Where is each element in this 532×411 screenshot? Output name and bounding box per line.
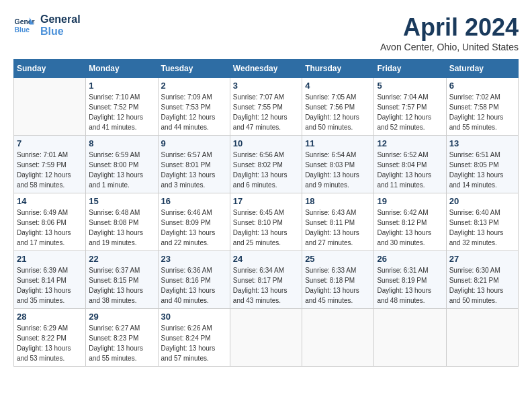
day-info: Sunrise: 6:31 AMSunset: 8:19 PMDaylight:…	[377, 265, 443, 306]
day-info: Sunrise: 6:45 AMSunset: 8:10 PMDaylight:…	[233, 208, 299, 248]
day-info-line: Sunset: 8:00 PM	[89, 161, 138, 169]
day-info-line: Sunrise: 6:27 AM	[89, 324, 140, 332]
calendar-cell: 21Sunrise: 6:39 AMSunset: 8:14 PMDayligh…	[14, 251, 86, 309]
calendar-cell: 24Sunrise: 6:34 AMSunset: 8:17 PMDayligh…	[230, 251, 302, 309]
day-info-line: Sunrise: 7:04 AM	[377, 93, 428, 101]
day-info-line: Sunrise: 6:40 AM	[449, 209, 500, 216]
day-info-line: and 30 minutes.	[377, 239, 425, 246]
day-info: Sunrise: 6:49 AMSunset: 8:06 PMDaylight:…	[17, 208, 83, 248]
day-info: Sunrise: 7:07 AMSunset: 7:55 PMDaylight:…	[233, 92, 299, 132]
calendar-week-2: 7Sunrise: 7:01 AMSunset: 7:59 PMDaylight…	[14, 136, 519, 193]
day-info-line: Sunset: 7:58 PM	[449, 103, 499, 111]
day-info-line: and 53 minutes.	[17, 355, 64, 362]
day-info-line: and 19 minutes.	[89, 239, 136, 246]
day-number: 29	[89, 312, 154, 322]
day-number: 14	[17, 196, 83, 206]
day-info-line: Daylight: 13 hours	[161, 171, 216, 179]
day-info-line: Daylight: 13 hours	[377, 229, 431, 236]
day-number: 12	[377, 138, 443, 148]
calendar-week-3: 14Sunrise: 6:49 AMSunset: 8:06 PMDayligh…	[14, 193, 519, 251]
calendar-table: Sunday Monday Tuesday Wednesday Thursday…	[13, 59, 519, 367]
day-info-line: Sunrise: 6:46 AM	[161, 209, 212, 216]
calendar-cell	[302, 309, 374, 367]
logo: General Blue General Blue	[13, 13, 81, 38]
day-info-line: and 55 minutes.	[89, 355, 136, 362]
day-info: Sunrise: 6:40 AMSunset: 8:13 PMDaylight:…	[449, 208, 515, 248]
day-info-line: Sunrise: 6:54 AM	[305, 151, 356, 158]
day-info-line: Sunrise: 7:09 AM	[161, 93, 212, 101]
day-info-line: Sunrise: 6:37 AM	[89, 267, 140, 274]
day-info-line: Sunset: 8:09 PM	[161, 219, 211, 226]
day-info-line: Sunrise: 6:57 AM	[161, 151, 212, 158]
day-info-line: Daylight: 12 hours	[377, 113, 431, 121]
calendar-cell: 17Sunrise: 6:45 AMSunset: 8:10 PMDayligh…	[230, 193, 302, 251]
logo-text-line2: Blue	[40, 26, 81, 38]
day-info-line: Sunset: 8:24 PM	[161, 334, 211, 342]
calendar-cell: 9Sunrise: 6:57 AMSunset: 8:01 PMDaylight…	[158, 136, 230, 193]
day-info-line: Sunrise: 6:43 AM	[305, 209, 356, 216]
day-info-line: and 52 minutes.	[377, 124, 425, 131]
day-info-line: and 50 minutes.	[305, 124, 353, 131]
day-info: Sunrise: 7:10 AMSunset: 7:52 PMDaylight:…	[89, 92, 154, 132]
day-info-line: Sunset: 8:04 PM	[377, 161, 427, 169]
logo-icon: General Blue	[13, 15, 35, 36]
day-number: 17	[233, 196, 299, 206]
header-monday: Monday	[86, 60, 158, 78]
calendar-week-1: 1Sunrise: 7:10 AMSunset: 7:52 PMDaylight…	[14, 78, 519, 136]
month-title: April 2024	[380, 13, 519, 42]
day-number: 16	[161, 196, 227, 206]
calendar-cell	[446, 309, 518, 367]
day-info-line: Sunset: 8:23 PM	[89, 334, 138, 342]
day-number: 8	[89, 138, 154, 148]
calendar-cell: 11Sunrise: 6:54 AMSunset: 8:03 PMDayligh…	[302, 136, 374, 193]
day-info-line: and 27 minutes.	[305, 239, 353, 246]
day-info-line: Daylight: 13 hours	[377, 287, 431, 294]
calendar-cell: 19Sunrise: 6:42 AMSunset: 8:12 PMDayligh…	[374, 193, 446, 251]
day-info: Sunrise: 6:57 AMSunset: 8:01 PMDaylight:…	[161, 150, 227, 190]
day-number: 4	[305, 81, 371, 91]
day-info-line: and 32 minutes.	[449, 239, 497, 246]
day-info-line: Sunrise: 6:52 AM	[377, 151, 428, 158]
day-info: Sunrise: 6:37 AMSunset: 8:15 PMDaylight:…	[89, 265, 154, 306]
day-info-line: Sunrise: 7:10 AM	[89, 93, 140, 101]
day-number: 1	[89, 81, 154, 91]
day-number: 24	[233, 254, 299, 264]
calendar-cell: 22Sunrise: 6:37 AMSunset: 8:15 PMDayligh…	[86, 251, 158, 309]
day-info: Sunrise: 6:56 AMSunset: 8:02 PMDaylight:…	[233, 150, 299, 190]
day-info-line: Daylight: 13 hours	[89, 229, 143, 236]
day-number: 27	[449, 254, 515, 264]
day-info-line: Daylight: 13 hours	[305, 229, 359, 236]
day-info-line: Daylight: 12 hours	[449, 113, 504, 121]
day-info-line: Sunrise: 6:30 AM	[449, 267, 500, 274]
day-info-line: Daylight: 13 hours	[17, 287, 71, 294]
calendar-cell: 10Sunrise: 6:56 AMSunset: 8:02 PMDayligh…	[230, 136, 302, 193]
calendar-cell: 8Sunrise: 6:59 AMSunset: 8:00 PMDaylight…	[86, 136, 158, 193]
day-info: Sunrise: 6:27 AMSunset: 8:23 PMDaylight:…	[89, 323, 154, 363]
day-info-line: Daylight: 13 hours	[233, 171, 287, 179]
calendar-cell: 6Sunrise: 7:02 AMSunset: 7:58 PMDaylight…	[446, 78, 518, 136]
day-info: Sunrise: 6:43 AMSunset: 8:11 PMDaylight:…	[305, 208, 371, 248]
day-info: Sunrise: 7:09 AMSunset: 7:53 PMDaylight:…	[161, 92, 227, 132]
day-number: 18	[305, 196, 371, 206]
calendar-cell: 2Sunrise: 7:09 AMSunset: 7:53 PMDaylight…	[158, 78, 230, 136]
day-info-line: Daylight: 12 hours	[17, 171, 71, 179]
day-info-line: Sunrise: 6:39 AM	[17, 267, 68, 274]
day-info-line: Sunrise: 6:33 AM	[305, 267, 356, 274]
day-info: Sunrise: 7:04 AMSunset: 7:57 PMDaylight:…	[377, 92, 443, 132]
calendar-cell: 29Sunrise: 6:27 AMSunset: 8:23 PMDayligh…	[86, 309, 158, 367]
day-info-line: Sunset: 7:53 PM	[161, 103, 211, 111]
day-info-line: Sunset: 7:59 PM	[17, 161, 66, 169]
day-info-line: and 38 minutes.	[89, 297, 136, 304]
day-info-line: Daylight: 13 hours	[17, 229, 71, 236]
day-info-line: and 14 minutes.	[449, 181, 497, 189]
day-info-line: Sunset: 8:14 PM	[17, 277, 66, 284]
day-info-line: Sunset: 8:02 PM	[233, 161, 283, 169]
day-number: 10	[233, 138, 299, 148]
day-info: Sunrise: 6:48 AMSunset: 8:08 PMDaylight:…	[89, 208, 154, 248]
calendar-cell: 13Sunrise: 6:51 AMSunset: 8:05 PMDayligh…	[446, 136, 518, 193]
day-info-line: Sunrise: 6:29 AM	[17, 324, 68, 332]
day-info-line: Sunset: 8:12 PM	[377, 219, 427, 226]
day-info-line: Sunset: 8:17 PM	[233, 277, 283, 284]
calendar-cell: 3Sunrise: 7:07 AMSunset: 7:55 PMDaylight…	[230, 78, 302, 136]
calendar-cell: 5Sunrise: 7:04 AMSunset: 7:57 PMDaylight…	[374, 78, 446, 136]
